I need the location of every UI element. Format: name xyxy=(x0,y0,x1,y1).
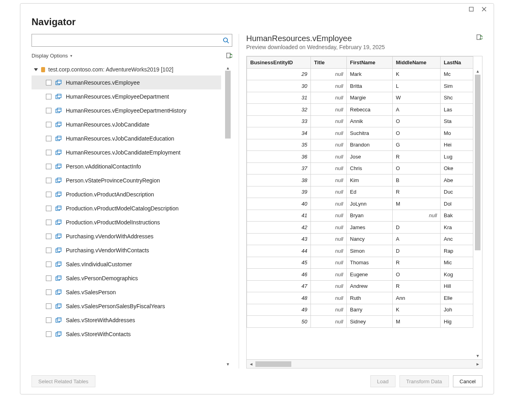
column-header[interactable]: FirstName xyxy=(347,57,393,69)
scroll-thumb[interactable] xyxy=(225,71,231,139)
checkbox[interactable] xyxy=(46,248,51,253)
checkbox[interactable] xyxy=(46,178,51,183)
svg-rect-38 xyxy=(57,220,61,223)
tree-view-item[interactable]: HumanResources.vJobCandidateEmployment xyxy=(32,145,221,159)
load-button[interactable]: Load xyxy=(370,375,395,387)
checkbox[interactable] xyxy=(46,289,51,295)
checkbox[interactable] xyxy=(46,164,51,169)
tree-view-item[interactable]: HumanResources.vEmployeeDepartment xyxy=(32,89,221,103)
table-row[interactable]: 41nullBryannullBak xyxy=(247,210,473,222)
tree-view-item[interactable]: HumanResources.vEmployeeDepartmentHistor… xyxy=(32,103,221,117)
table-row[interactable]: 35nullBrandonGHei xyxy=(247,139,473,151)
preview-grid[interactable]: BusinessEntityIDTitleFirstNameMiddleName… xyxy=(246,56,482,360)
table-row[interactable]: 46nullEugeneOKog xyxy=(247,269,473,281)
checkbox[interactable] xyxy=(46,206,51,211)
table-row[interactable]: 32nullRebeccaALas xyxy=(247,104,473,116)
tree-view-item[interactable]: Sales.vStoreWithAddresses xyxy=(32,313,221,327)
tree-view-item[interactable]: Production.vProductAndDescription xyxy=(32,187,221,201)
checkbox[interactable] xyxy=(46,234,51,239)
grid-horizontal-scrollbar[interactable]: ◂ ▸ xyxy=(246,360,482,368)
scroll-left-icon[interactable]: ◂ xyxy=(247,361,255,367)
table-row[interactable]: 43nullNancyAAnc xyxy=(247,233,473,245)
refresh-tree-icon[interactable] xyxy=(226,52,232,59)
tree-view-item[interactable]: Purchasing.vVendorWithAddresses xyxy=(32,229,221,243)
tree-item-label: Sales.vSalesPersonSalesByFiscalYears xyxy=(66,303,165,309)
close-icon[interactable] xyxy=(478,4,490,14)
maximize-icon[interactable] xyxy=(465,4,478,14)
expand-collapse-icon[interactable] xyxy=(34,68,38,71)
tree-view-item[interactable]: HumanResources.vJobCandidateEducation xyxy=(32,131,221,145)
tree-view-item[interactable]: Sales.vStoreWithContacts xyxy=(32,327,221,341)
table-row[interactable]: 42nullJamesDKra xyxy=(247,222,473,234)
table-row[interactable]: 48nullRuthAnnElle xyxy=(247,292,473,304)
scroll-down-icon[interactable]: ▾ xyxy=(227,361,229,367)
search-box[interactable] xyxy=(32,34,232,47)
checkbox[interactable] xyxy=(46,220,51,225)
scroll-right-icon[interactable]: ▸ xyxy=(473,361,482,367)
tree-view-item[interactable]: Sales.vIndividualCustomer xyxy=(32,257,221,271)
cell-firstname: Jose xyxy=(347,151,393,163)
cell-title: null xyxy=(311,162,347,174)
checkbox[interactable] xyxy=(46,262,51,267)
tree-view-item[interactable]: HumanResources.vEmployee xyxy=(32,75,221,89)
checkbox[interactable] xyxy=(46,122,51,127)
table-row[interactable]: 37nullChrisOOke xyxy=(247,162,473,174)
tree-view-item[interactable]: Production.vProductModelInstructions xyxy=(32,215,221,229)
column-header[interactable]: Title xyxy=(311,57,347,69)
checkbox[interactable] xyxy=(46,150,51,155)
table-row[interactable]: 33nullAnnikOSta xyxy=(247,115,473,127)
tree-view-item[interactable]: Sales.vPersonDemographics xyxy=(32,271,221,285)
table-row[interactable]: 30nullBrittaLSim xyxy=(247,80,473,92)
display-options-dropdown[interactable]: Display Options ▾ xyxy=(32,53,72,59)
column-header[interactable]: MiddleName xyxy=(393,57,441,69)
checkbox[interactable] xyxy=(46,275,51,281)
checkbox[interactable] xyxy=(46,94,51,99)
database-node[interactable]: test.corp.contoso.com: AdventureWorks201… xyxy=(32,63,221,75)
scroll-thumb[interactable] xyxy=(475,75,480,250)
search-icon[interactable] xyxy=(220,37,232,44)
table-row[interactable]: 29nullMarkKMc xyxy=(247,68,473,80)
tree-view-item[interactable]: HumanResources.vJobCandidate xyxy=(32,117,221,131)
column-header[interactable]: LastNa xyxy=(441,57,473,69)
tree-view-item[interactable]: Sales.vSalesPerson xyxy=(32,285,221,299)
transform-data-button[interactable]: Transform Data xyxy=(399,375,449,387)
scroll-up-icon[interactable]: ▴ xyxy=(476,67,479,75)
checkbox[interactable] xyxy=(46,108,51,113)
table-row[interactable]: 38nullKimBAbe xyxy=(247,174,473,186)
tree-view-item[interactable]: Person.vAdditionalContactInfo xyxy=(32,159,221,173)
tree-view-item[interactable]: Purchasing.vVendorWithContacts xyxy=(32,243,221,257)
tree-item-label: Sales.vIndividualCustomer xyxy=(66,261,132,267)
tree-view-item[interactable]: Person.vStateProvinceCountryRegion xyxy=(32,173,221,187)
table-row[interactable]: 47nullAndrewRHill xyxy=(247,280,473,292)
checkbox[interactable] xyxy=(46,317,51,323)
table-row[interactable]: 44nullSimonDRap xyxy=(247,245,473,257)
table-row[interactable]: 31nullMargieWShc xyxy=(247,92,473,104)
column-header[interactable]: BusinessEntityID xyxy=(247,57,311,69)
checkbox[interactable] xyxy=(46,80,51,85)
view-icon xyxy=(55,317,62,323)
checkbox[interactable] xyxy=(46,136,51,141)
select-related-tables-button[interactable]: Select Related Tables xyxy=(32,375,95,387)
grid-vertical-scrollbar[interactable]: ▴ ▾ xyxy=(473,67,482,359)
scroll-down-icon[interactable]: ▾ xyxy=(476,352,479,359)
table-row[interactable]: 45nullThomasRMic xyxy=(247,257,473,269)
scroll-thumb[interactable] xyxy=(255,361,291,367)
table-row[interactable]: 39nullEdRDuc xyxy=(247,186,473,198)
table-row[interactable]: 50nullSidneyMHig xyxy=(247,316,473,328)
search-input[interactable] xyxy=(32,34,220,46)
table-row[interactable]: 40nullJoLynnMDol xyxy=(247,198,473,210)
checkbox[interactable] xyxy=(46,331,51,337)
object-tree[interactable]: test.corp.contoso.com: AdventureWorks201… xyxy=(32,63,232,368)
table-row[interactable]: 36nullJoseRLug xyxy=(247,151,473,163)
scroll-up-icon[interactable]: ▴ xyxy=(227,65,229,71)
tree-view-item[interactable]: Sales.vSalesPersonSalesByFiscalYears xyxy=(32,299,221,313)
cancel-button[interactable]: Cancel xyxy=(453,375,482,387)
table-row[interactable]: 49nullBarryKJoh xyxy=(247,304,473,316)
checkbox[interactable] xyxy=(46,303,51,309)
cell-middlename: D xyxy=(393,245,441,257)
checkbox[interactable] xyxy=(46,192,51,197)
table-row[interactable]: 34nullSuchitraOMo xyxy=(247,127,473,139)
tree-scrollbar[interactable]: ▴ ▾ xyxy=(223,63,232,368)
tree-view-item[interactable]: Production.vProductModelCatalogDescripti… xyxy=(32,201,221,215)
refresh-preview-icon[interactable] xyxy=(476,34,482,40)
